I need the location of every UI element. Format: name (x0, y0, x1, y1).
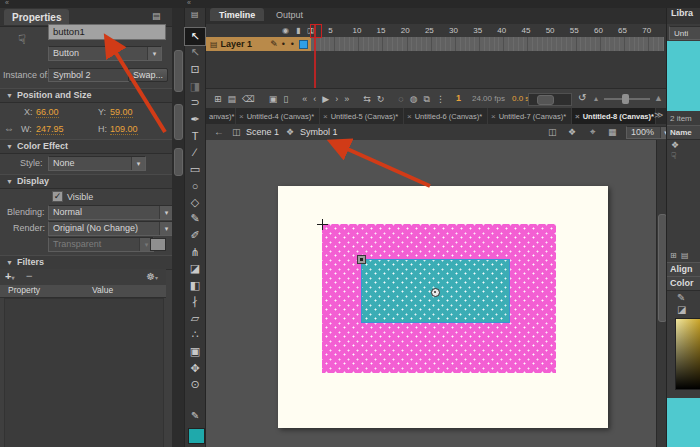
edit-scene-icon[interactable]: ◫ (548, 127, 557, 137)
bone-tool[interactable]: ⋔ (185, 244, 205, 261)
zoom-out-frames-icon[interactable]: ▴ (594, 94, 598, 103)
tab-timeline[interactable]: Timeline (210, 8, 264, 21)
frame-rate-field[interactable]: 24.00 fps (472, 94, 505, 103)
paint-bucket-tool[interactable]: ◪ (185, 260, 205, 277)
close-tab-icon[interactable]: × (407, 112, 412, 121)
tab-overflow-icon[interactable]: ≫ (654, 110, 663, 120)
document-tab[interactable]: × Untitled-6 (Canvas)* (404, 108, 488, 124)
show-hide-eye-icon[interactable]: ◉ (282, 26, 289, 35)
timeline-h-scrollbar[interactable] (528, 93, 572, 106)
fill-color-bucket-icon[interactable]: ◪ (677, 304, 686, 315)
fill-color-swatch[interactable] (188, 428, 205, 444)
line-tool[interactable]: ∕ (185, 144, 205, 161)
camera-button[interactable]: ▣ (269, 90, 278, 108)
symbol-type-dropdown[interactable]: Button ▾ (48, 46, 162, 61)
current-frame-field[interactable]: 1 (456, 93, 461, 103)
close-tab-icon[interactable]: × (575, 112, 580, 121)
breadcrumb-symbol[interactable]: Symbol 1 (300, 127, 338, 137)
properties-scrollbar[interactable] (174, 50, 183, 92)
swap-button[interactable]: Swap... (128, 68, 168, 82)
panel-menu-icon[interactable]: ▤ (152, 11, 161, 21)
camera-tool[interactable]: ▣ (185, 343, 205, 360)
document-tab[interactable]: × anvas)* (206, 108, 236, 124)
section-display[interactable]: ▼Display (0, 174, 172, 189)
registration-point-marker[interactable] (357, 255, 366, 264)
step-back-button[interactable]: ‹ (313, 90, 316, 108)
spray-brush-tool[interactable]: ∴ (185, 327, 205, 344)
close-tab-icon[interactable]: × (491, 112, 496, 121)
instance-name-input[interactable]: button1 (48, 24, 166, 40)
edit-symbols-icon[interactable]: ❖ (568, 127, 576, 137)
document-tab[interactable]: × Untitled-7 (Canvas)* (488, 108, 572, 124)
w-value[interactable]: 247.95 (36, 124, 64, 135)
tab-properties[interactable]: Properties (4, 9, 69, 25)
pencil-tool[interactable]: ✎ (185, 211, 205, 228)
frames-strip[interactable] (311, 37, 664, 51)
document-tab[interactable]: × Untitled-8 (Canvas)* (572, 108, 656, 124)
tab-output[interactable]: Output (267, 8, 312, 21)
onion-skin-outlines-button[interactable]: ◍ (410, 90, 418, 108)
visible-checkbox[interactable]: ✓ (52, 191, 63, 202)
step-forward-button[interactable]: › (335, 90, 338, 108)
remove-filter-button[interactable]: − (26, 270, 32, 282)
x-value[interactable]: 66.00 (36, 107, 59, 118)
layer-name[interactable]: Layer 1 (221, 39, 271, 49)
frame-size-slider-thumb[interactable] (622, 94, 629, 104)
section-color-effect[interactable]: ▼Color Effect (0, 139, 172, 154)
eraser-tool[interactable]: ▱ (185, 310, 205, 327)
add-filter-button[interactable]: +▾ (5, 270, 14, 282)
text-tool[interactable]: T (185, 128, 205, 145)
library-item-button[interactable]: ☟ (667, 150, 700, 161)
hand-tool[interactable]: ✥ (185, 360, 205, 377)
eyedropper-tool[interactable]: ∤ (185, 294, 205, 311)
section-filters[interactable]: ▼Filters (0, 255, 172, 270)
value-column-header[interactable]: Value (92, 285, 113, 295)
property-column-header[interactable]: Property (8, 285, 40, 295)
stage[interactable] (278, 186, 608, 428)
layer-lock-dot[interactable]: • (291, 39, 294, 49)
clip-content-icon[interactable]: ▦ (608, 127, 617, 137)
library-document-dropdown[interactable]: Unti (669, 26, 700, 40)
modify-markers-button[interactable]: ⋮ (436, 90, 445, 108)
free-transform-tool[interactable]: ⊡ (185, 61, 205, 78)
oval-tool[interactable]: ○ (185, 177, 205, 194)
style-dropdown[interactable]: None ▾ (48, 156, 146, 171)
timeline-h-scrollbar-thumb[interactable] (537, 95, 554, 105)
canvas-pasteboard[interactable] (206, 140, 656, 447)
document-tab[interactable]: × Untitled-4 (Canvas)* (236, 108, 320, 124)
new-folder-icon[interactable]: ▤ (681, 251, 689, 260)
onion-skin-button[interactable]: ◌ (398, 90, 403, 108)
library-item-symbol[interactable]: ❖ (667, 139, 700, 150)
rectangle-tool[interactable]: ▭ (185, 161, 205, 178)
library-name-column-header[interactable]: Name (667, 125, 700, 140)
ink-bottle-tool[interactable]: ◧ (185, 277, 205, 294)
h-value[interactable]: 109.00 (110, 124, 138, 135)
transform-origin-crosshair[interactable] (317, 219, 328, 230)
lasso-tool[interactable]: ⊃ (185, 94, 205, 111)
reset-timeline-zoom-icon[interactable]: ↺ (578, 92, 586, 103)
new-layer-button[interactable]: ⊞ (214, 90, 222, 108)
breadcrumb-scene[interactable]: Scene 1 (246, 127, 279, 137)
lock-icon[interactable]: ▮ (296, 26, 300, 35)
section-position-and-size[interactable]: ▼Position and Size (0, 88, 172, 103)
layer-outline-color-swatch[interactable] (299, 40, 308, 49)
loop-range-button[interactable]: ↻ (377, 90, 385, 108)
zoom-in-frames-icon[interactable]: ▲ (654, 93, 663, 103)
tools-panel-menu-icon[interactable]: ▤ (191, 10, 199, 19)
color-panel-header[interactable]: Color (667, 276, 700, 291)
color-picker-gradient[interactable] (675, 318, 700, 390)
subselection-tool[interactable]: ↖ (185, 45, 205, 62)
delete-layer-button[interactable]: ⌫ (242, 90, 255, 108)
align-panel-header[interactable]: Align (667, 262, 700, 277)
stroke-color-icon[interactable]: ✎ (191, 410, 199, 421)
layer-row[interactable]: ▤ Layer 1 ✎ • • (206, 37, 311, 51)
document-tab[interactable]: × Untitled-5 (Canvas)* (320, 108, 404, 124)
new-symbol-icon[interactable]: ⊞ (670, 251, 677, 260)
layer-visible-dot[interactable]: • (282, 39, 285, 49)
close-tab-icon[interactable]: × (323, 112, 328, 121)
loop-button[interactable]: ⇆ (363, 90, 371, 108)
frame-size-slider[interactable] (604, 98, 650, 100)
render-dropdown[interactable]: Original (No Change) ▾ (48, 221, 174, 236)
go-first-frame-button[interactable]: « (302, 90, 307, 108)
marker-button[interactable]: ▯ (283, 90, 288, 108)
